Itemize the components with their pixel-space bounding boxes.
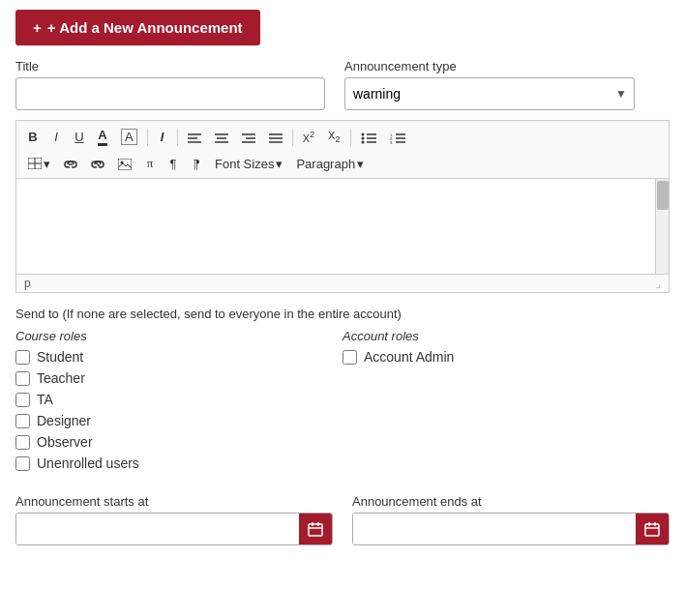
calendar-icon-starts [308, 521, 323, 537]
editor-status-text: p [24, 277, 31, 290]
announcement-type-select[interactable]: warning info error success [344, 77, 635, 110]
editor-status-bar: p ⌟ [15, 275, 670, 293]
svg-point-16 [361, 140, 364, 143]
announcement-type-label: Announcement type [344, 59, 635, 73]
link-button[interactable] [58, 154, 83, 174]
scrollbar-thumb [657, 181, 669, 210]
account-roles-col: Account roles Account Admin [342, 329, 670, 477]
unenrolled-checkbox[interactable] [15, 456, 30, 471]
italic-button[interactable]: I [45, 127, 67, 147]
role-account-admin[interactable]: Account Admin [342, 349, 670, 365]
table-dropdown-button[interactable]: ▾ [22, 154, 56, 174]
font-color-button[interactable]: A [92, 125, 113, 149]
calendar-icon-ends [644, 521, 660, 537]
title-field-group: Title [15, 59, 325, 110]
designer-label: Designer [37, 413, 91, 428]
svg-text:3.: 3. [390, 140, 393, 144]
svg-point-14 [361, 136, 364, 139]
bold-button[interactable]: B [22, 127, 44, 147]
strikethrough-italic-button[interactable]: I [152, 127, 173, 147]
ends-at-input-wrapper [352, 513, 670, 545]
font-sizes-dropdown[interactable]: Font Sizes ▾ [209, 154, 288, 174]
course-roles-header: Course roles [15, 329, 342, 343]
starts-at-group: Announcement starts at [15, 494, 333, 545]
svg-rect-31 [309, 524, 322, 536]
roles-row: Course roles Student Teacher TA Designer… [15, 329, 670, 477]
unordered-list-button[interactable] [355, 127, 382, 147]
account-admin-checkbox[interactable] [342, 350, 357, 365]
toolbar-separator-2 [177, 129, 178, 146]
ta-checkbox[interactable] [15, 393, 30, 407]
align-center-button[interactable] [209, 127, 234, 147]
svg-line-28 [96, 162, 100, 166]
align-justify-button[interactable] [263, 127, 288, 147]
underline-button[interactable]: U [69, 127, 90, 147]
starts-at-label: Announcement starts at [15, 494, 333, 509]
editor-content[interactable] [16, 179, 669, 271]
student-checkbox[interactable] [15, 350, 30, 365]
superscript-button[interactable]: X2 [297, 127, 320, 147]
title-input[interactable] [15, 77, 325, 110]
ends-at-calendar-button[interactable] [636, 513, 669, 544]
toolbar-row-1: B I U A A I X2 X2 1.2.3. [22, 125, 663, 149]
toolbar-separator-4 [350, 129, 351, 146]
role-designer[interactable]: Designer [15, 413, 342, 428]
plus-icon: + [33, 19, 42, 36]
align-left-button[interactable] [182, 127, 207, 147]
account-admin-label: Account Admin [364, 349, 454, 365]
align-right-button[interactable] [236, 127, 261, 147]
font-bg-button[interactable]: A [115, 126, 143, 148]
paragraph-dropdown[interactable]: Paragraph ▾ [290, 154, 370, 174]
editor-area [15, 178, 670, 275]
pi-button[interactable]: π [139, 153, 161, 174]
subscript-button[interactable]: X2 [322, 127, 345, 147]
table-dropdown-arrow: ▾ [44, 157, 50, 171]
resize-handle[interactable]: ⌟ [656, 279, 661, 289]
ordered-list-button[interactable]: 1.2.3. [384, 127, 411, 147]
font-bg-icon: A [121, 129, 137, 145]
svg-rect-35 [645, 524, 659, 536]
observer-label: Observer [37, 434, 93, 450]
role-unenrolled[interactable]: Unenrolled users [15, 455, 342, 471]
add-announcement-button[interactable]: + + Add a New Announcement [15, 10, 260, 45]
font-sizes-arrow: ▾ [276, 157, 283, 171]
unlink-button[interactable] [85, 154, 110, 174]
starts-at-input-wrapper [15, 513, 333, 545]
role-teacher[interactable]: Teacher [15, 370, 342, 386]
paragraph-label: Paragraph [296, 157, 355, 171]
starts-at-input[interactable] [16, 513, 299, 544]
observer-checkbox[interactable] [15, 435, 30, 450]
image-button[interactable] [112, 154, 137, 174]
paragraph-arrow: ▾ [357, 157, 364, 171]
toolbar-separator-3 [292, 129, 293, 146]
editor-scrollbar[interactable] [655, 179, 669, 274]
ends-at-group: Announcement ends at [352, 494, 670, 545]
role-observer[interactable]: Observer [15, 434, 342, 450]
send-to-label: Send to (If none are selected, send to e… [15, 307, 670, 321]
svg-rect-29 [118, 159, 132, 170]
ends-at-label: Announcement ends at [352, 494, 670, 509]
type-select-wrapper: warning info error success ▼ [344, 77, 635, 110]
teacher-label: Teacher [37, 370, 85, 386]
ltr-button[interactable]: ¶ [163, 154, 184, 174]
teacher-checkbox[interactable] [15, 371, 30, 386]
announcement-type-field-group: Announcement type warning info error suc… [344, 59, 635, 110]
add-announcement-label: + Add a New Announcement [47, 19, 243, 36]
role-ta[interactable]: TA [15, 392, 342, 407]
svg-point-12 [361, 132, 364, 135]
ta-label: TA [37, 392, 53, 407]
title-label: Title [15, 59, 325, 73]
unenrolled-label: Unenrolled users [37, 455, 139, 471]
ends-at-input[interactable] [353, 513, 636, 544]
toolbar-separator-1 [147, 129, 148, 146]
dates-section: Announcement starts at Announcement ends… [15, 494, 670, 545]
account-roles-header: Account roles [342, 329, 670, 343]
role-student[interactable]: Student [15, 349, 342, 365]
font-sizes-label: Font Sizes [215, 157, 274, 171]
starts-at-calendar-button[interactable] [299, 513, 332, 544]
designer-checkbox[interactable] [15, 414, 30, 428]
course-roles-col: Course roles Student Teacher TA Designer… [15, 329, 342, 477]
rtl-button[interactable]: ¶ [186, 154, 207, 174]
send-to-section: Send to (If none are selected, send to e… [15, 307, 670, 477]
student-label: Student [37, 349, 83, 365]
